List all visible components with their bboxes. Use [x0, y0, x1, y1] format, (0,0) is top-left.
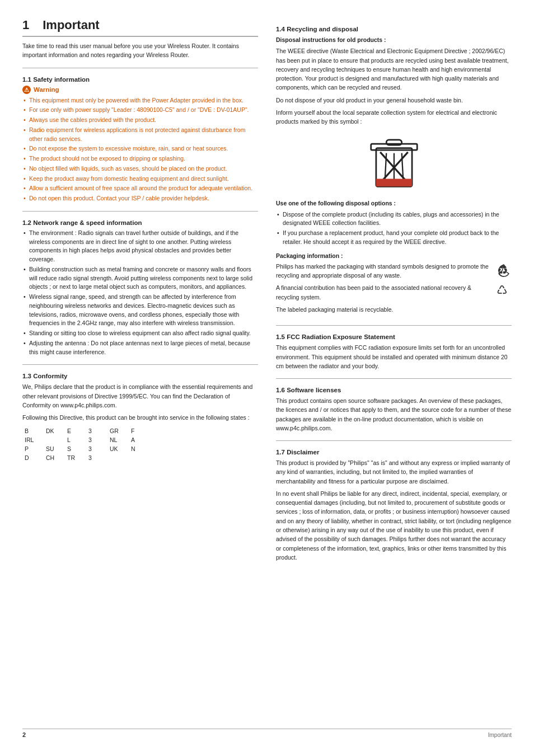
software-text: This product contains open source softwa… [276, 396, 512, 433]
disposal-subtitle2: Use one of the following disposal option… [276, 199, 512, 208]
conformity-table: B DK E 3 GR F IRL L 3 NL A [22, 426, 150, 462]
section-11-title: 1.1 Safety information [22, 76, 258, 83]
warning-item: For use only with power supply "Leader :… [22, 106, 258, 115]
recycling-arrow-icon: ♻ [496, 263, 512, 279]
conformity-text2: Following this Directive, this product c… [22, 413, 258, 422]
table-cell: E [65, 426, 86, 435]
svg-rect-8 [376, 179, 411, 187]
table-row: D CH TR 3 [22, 453, 150, 462]
divider-13 [22, 364, 258, 365]
section-14-title: 1.4 Recycling and disposal [276, 26, 512, 32]
table-cell: GR [107, 426, 129, 435]
warning-list: This equipment must only be powered with… [22, 96, 258, 203]
weee-icon [360, 133, 428, 194]
warning-item: Radio equipment for wireless application… [22, 126, 258, 144]
page: 1 Important Take time to read this user … [0, 0, 534, 756]
warning-item: Keep the product away from domestic heat… [22, 175, 258, 184]
fcc-text: This equipment complies with FCC radiati… [276, 343, 512, 370]
packaging-icons: ♻ ♺ [496, 262, 512, 298]
table-cell [44, 435, 65, 444]
packaging-text6: The labeled packaging material is recycl… [276, 305, 491, 314]
section-17-title: 1.7 Disclaimer [276, 449, 512, 456]
table-cell: IRL [22, 435, 44, 444]
disposal-text2: Do not dispose of your old product in yo… [276, 96, 512, 105]
table-cell: A [129, 435, 150, 444]
page-number: 2 [22, 731, 26, 738]
disposal-subtitle1: Disposal instructions for old products : [276, 35, 512, 44]
disposal-list: Dispose of the complete product (includi… [276, 210, 512, 247]
packaging-subtitle: Packaging information : [276, 251, 512, 260]
chapter-number: 1 [22, 18, 29, 32]
table-cell: 3 [86, 453, 107, 462]
packaging-row: Philips has marked the packaging with st… [276, 262, 512, 317]
divider-17 [276, 440, 512, 441]
packaging-text4: Philips has marked the packaging with st… [276, 262, 491, 280]
weee-symbol [276, 133, 512, 194]
recyclable-packaging-icon: ♺ [496, 282, 512, 298]
section-13-title: 1.3 Conformity [22, 373, 258, 379]
chapter-title: Important [43, 18, 99, 32]
warning-item: This equipment must only be powered with… [22, 96, 258, 105]
table-cell: P [22, 444, 44, 453]
network-item: The environment : Radio signals can trav… [22, 229, 258, 264]
table-cell: DK [44, 426, 65, 435]
table-cell: F [129, 426, 150, 435]
section-15-title: 1.5 FCC Radiation Exposure Statement [276, 334, 512, 340]
disclaimer-text1: This product is provided by "Philips" "a… [276, 458, 512, 486]
intro-text: Take time to read this user manual befor… [22, 41, 258, 60]
warning-item: The product should not be exposed to dri… [22, 154, 258, 163]
divider-15 [276, 325, 512, 326]
table-cell [107, 453, 129, 462]
table-cell: B [22, 426, 44, 435]
table-cell: SU [44, 444, 65, 453]
right-column: 1.4 Recycling and disposal Disposal inst… [276, 18, 512, 719]
disposal-text3: Inform yourself about the local separate… [276, 108, 512, 126]
packaging-text5: A financial contribution has been paid t… [276, 283, 491, 302]
disposal-item: Dispose of the complete product (includi… [276, 210, 512, 228]
footer-label: Important [488, 732, 512, 738]
svg-text:♺: ♺ [496, 283, 508, 297]
warning-item: No object filled with liquids, such as v… [22, 165, 258, 173]
table-cell: 3 [86, 444, 107, 453]
table-cell: 3 [86, 435, 107, 444]
warning-label: ⚠ Warning [22, 86, 258, 94]
table-row: P SU S 3 UK N [22, 444, 150, 453]
table-cell: UK [107, 444, 129, 453]
table-cell: D [22, 453, 44, 462]
section-12-title: 1.2 Network range & speed information [22, 219, 258, 226]
conformity-text1: We, Philips declare that the product is … [22, 382, 258, 410]
warning-item: Do not expose the system to excessive mo… [22, 144, 258, 153]
left-column: 1 Important Take time to read this user … [22, 18, 258, 719]
divider-12 [22, 211, 258, 212]
warning-text: Warning [34, 86, 59, 93]
footer: 2 Important [22, 729, 512, 738]
table-row: IRL L 3 NL A [22, 435, 150, 444]
warning-icon: ⚠ [22, 86, 31, 94]
divider-11 [22, 68, 258, 68]
table-cell: TR [65, 453, 86, 462]
table-cell: 3 [86, 426, 107, 435]
network-item: Wireless signal range, speed, and streng… [22, 293, 258, 328]
warning-item: Do not open this product. Contact your I… [22, 194, 258, 203]
network-item: Adjusting the antenna : Do not place ant… [22, 339, 258, 357]
table-cell: NL [107, 435, 129, 444]
disposal-item: If you purchase a replacement product, h… [276, 229, 512, 247]
table-cell: N [129, 444, 150, 453]
divider-16 [276, 378, 512, 379]
warning-item: Allow a sufficient amount of free space … [22, 184, 258, 193]
table-cell [129, 453, 150, 462]
network-list: The environment : Radio signals can trav… [22, 229, 258, 357]
packaging-text-block: Philips has marked the packaging with st… [276, 262, 491, 317]
svg-rect-2 [386, 140, 402, 145]
table-cell: CH [44, 453, 65, 462]
section-16-title: 1.6 Software licenses [276, 387, 512, 393]
svg-text:♻: ♻ [497, 263, 508, 277]
table-cell: L [65, 435, 86, 444]
warning-item: Always use the cables provided with the … [22, 116, 258, 125]
table-row: B DK E 3 GR F [22, 426, 150, 435]
network-item: Building construction such as metal fram… [22, 265, 258, 292]
disclaimer-text2: In no event shall Philips be liable for … [276, 489, 512, 562]
table-cell: S [65, 444, 86, 453]
disposal-text1: The WEEE directive (Waste Electrical and… [276, 46, 512, 92]
network-item: Standing or sitting too close to wireles… [22, 329, 258, 338]
